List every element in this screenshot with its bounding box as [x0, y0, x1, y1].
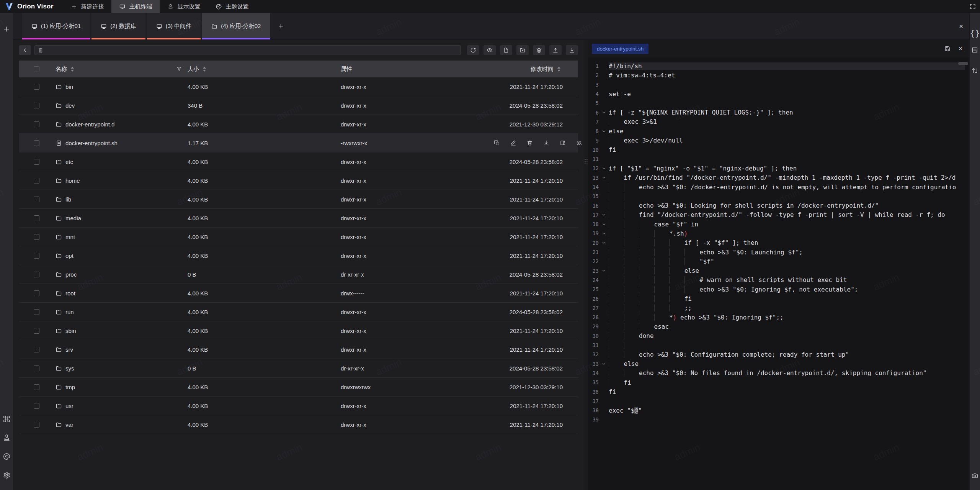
fold-arrow-icon[interactable] [599, 166, 609, 170]
rail-button-file-manager[interactable] [971, 46, 978, 54]
sort-carets-icon[interactable] [557, 67, 560, 72]
row-checkbox[interactable] [34, 384, 39, 390]
terminal-tab-4[interactable]: (4) 应用-分析02 [202, 13, 270, 39]
toolbar-preview-button[interactable] [483, 45, 496, 55]
toolbar-download-button[interactable] [566, 45, 578, 55]
splitter-grip-icon[interactable] [585, 159, 588, 164]
row-action-move[interactable] [560, 140, 566, 146]
row-action-copy[interactable] [494, 140, 500, 146]
file-row-run[interactable]: run4.00 KBdrwxr-xr-x2024-05-28 23:58:02 [19, 303, 578, 321]
filter-button[interactable] [176, 66, 182, 72]
row-checkbox[interactable] [34, 309, 39, 315]
fold-arrow-icon[interactable] [599, 213, 609, 217]
file-row-sys[interactable]: sys0 Bdr-xr-xr-x2024-05-28 23:58:02 [19, 359, 578, 378]
nav-item-0[interactable]: 新建连接 [63, 0, 111, 13]
rail-button-new-tab[interactable] [3, 25, 10, 33]
rail-button-snippets[interactable]: {} [970, 29, 980, 38]
rail-button-display-settings[interactable] [3, 434, 11, 442]
file-row-dev[interactable]: dev340 Bdrwxr-xr-x2024-05-28 23:58:02 [19, 96, 578, 115]
line-number: 31 [588, 342, 599, 348]
terminal-tab-1[interactable]: (1) 应用-分析01 [22, 13, 90, 39]
row-checkbox[interactable] [34, 140, 39, 146]
rail-button-transfer-list[interactable] [971, 67, 978, 74]
file-row-etc[interactable]: etc4.00 KBdrwxr-xr-x2024-05-28 23:58:02 [19, 152, 578, 171]
sort-carets-icon[interactable] [71, 67, 74, 72]
row-checkbox[interactable] [34, 178, 39, 184]
fold-arrow-icon[interactable] [599, 222, 609, 226]
nav-item-1[interactable]: 主机终端 [111, 0, 160, 13]
file-row-root[interactable]: root4.00 KBdrwx------2021-11-24 17:20:10 [19, 284, 578, 303]
terminal-tab-2[interactable]: (2) 数据库 [91, 13, 145, 39]
row-checkbox[interactable] [34, 103, 39, 108]
fold-arrow-icon[interactable] [599, 269, 609, 273]
fold-arrow-icon[interactable] [599, 175, 609, 180]
toolbar-refresh-button[interactable] [467, 45, 479, 55]
row-checkbox[interactable] [34, 272, 39, 277]
close-panel-button[interactable]: × [959, 13, 969, 39]
row-checkbox[interactable] [34, 403, 39, 409]
path-input[interactable] [34, 45, 461, 55]
row-checkbox[interactable] [34, 84, 39, 90]
file-row-lib[interactable]: lib4.00 KBdrwxr-xr-x2021-11-24 17:20:10 [19, 190, 578, 209]
fold-arrow-icon[interactable] [599, 129, 609, 133]
editor-scrollbar-thumb[interactable] [958, 62, 968, 65]
file-row-docker-entrypoint.sh[interactable]: docker-entrypoint.sh1.17 KB-rwxrwxr-x [19, 134, 578, 152]
toolbar-new-file-button[interactable] [500, 45, 512, 55]
file-row-usr[interactable]: usr4.00 KBdrwxr-xr-x2021-11-24 17:20:10 [19, 397, 578, 415]
fold-arrow-icon[interactable] [599, 362, 609, 366]
file-row-bin[interactable]: bin4.00 KBdrwxr-xr-x2021-11-24 17:20:10 [19, 77, 578, 96]
row-checkbox[interactable] [34, 290, 39, 296]
panel-splitter[interactable] [584, 40, 588, 490]
file-row-media[interactable]: media4.00 KBdrwxr-xr-x2021-11-24 17:20:1… [19, 209, 578, 228]
file-name-cell: mnt [54, 234, 188, 240]
nav-item-3[interactable]: 主题设置 [208, 0, 256, 13]
row-action-permissions[interactable] [576, 140, 582, 146]
file-row-opt[interactable]: opt4.00 KBdrwxr-xr-x2021-11-24 17:20:10 [19, 246, 578, 265]
editor-close-button[interactable]: × [956, 44, 965, 54]
file-row-docker-entrypoint.d[interactable]: docker-entrypoint.d4.00 KBdrwxr-xr-x2021… [19, 115, 578, 134]
file-row-mnt[interactable]: mnt4.00 KBdrwxr-xr-x2021-11-24 17:20:10 [19, 228, 578, 246]
new-tab-button[interactable] [278, 13, 284, 39]
row-action-edit[interactable] [510, 140, 516, 146]
sort-carets-icon[interactable] [203, 67, 206, 72]
row-action-delete[interactable] [527, 140, 533, 146]
row-checkbox[interactable] [34, 328, 39, 334]
fullscreen-button[interactable] [969, 0, 980, 13]
line-number: 32 [588, 351, 599, 357]
row-action-download[interactable] [543, 140, 549, 146]
select-all-checkbox[interactable] [34, 66, 39, 72]
open-file-tag[interactable]: docker-entrypoint.sh [592, 44, 648, 54]
row-check-cell [19, 253, 54, 259]
toolbar-new-folder-button[interactable] [516, 45, 529, 55]
back-button[interactable] [19, 45, 31, 55]
row-checkbox[interactable] [34, 121, 39, 127]
file-row-home[interactable]: home4.00 KBdrwxr-xr-x2021-11-24 17:20:10 [19, 171, 578, 190]
fold-arrow-icon[interactable] [599, 241, 609, 245]
file-row-sbin[interactable]: sbin4.00 KBdrwxr-xr-x2021-11-24 17:20:10 [19, 321, 578, 340]
terminal-tab-3[interactable]: (3) 中间件 [147, 13, 201, 39]
save-button[interactable] [942, 44, 952, 54]
fold-arrow-icon[interactable] [599, 110, 609, 115]
row-checkbox[interactable] [34, 365, 39, 371]
file-row-srv[interactable]: srv4.00 KBdrwxr-xr-x2021-11-24 17:20:10 [19, 340, 578, 359]
file-row-proc[interactable]: proc0 Bdr-xr-xr-x2024-05-28 23:58:02 [19, 265, 578, 284]
file-row-tmp[interactable]: tmp4.00 KBdrwxrwxrwx2021-12-30 03:29:10 [19, 378, 578, 397]
stamp-icon [167, 3, 174, 10]
rail-button-theme-settings[interactable] [3, 452, 11, 461]
row-checkbox[interactable] [34, 197, 39, 202]
row-checkbox[interactable] [34, 215, 39, 221]
file-row-var[interactable]: var4.00 KBdrwxr-xr-x2021-11-24 17:20:10 [19, 415, 578, 434]
rail-button-screenshot[interactable] [971, 472, 978, 479]
row-checkbox[interactable] [34, 422, 39, 428]
row-checkbox[interactable] [34, 234, 39, 240]
toolbar-upload-button[interactable] [549, 45, 562, 55]
toolbar-delete-button[interactable] [533, 45, 545, 55]
rail-button-shortcuts[interactable] [3, 415, 11, 423]
rail-button-settings[interactable] [3, 471, 11, 479]
nav-item-2[interactable]: 显示设置 [160, 0, 208, 13]
row-checkbox[interactable] [34, 347, 39, 352]
row-checkbox[interactable] [34, 253, 39, 259]
row-checkbox[interactable] [34, 159, 39, 165]
fold-arrow-icon[interactable] [599, 231, 609, 236]
code-editor[interactable]: 1#!/bin/sh2# vim:sw=4:ts=4:et34set -e56i… [588, 57, 969, 490]
